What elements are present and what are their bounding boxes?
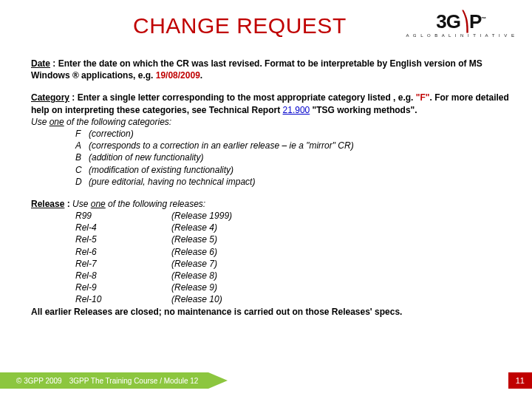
release-desc: (Release 9) [171, 282, 217, 293]
release-item: Rel-6(Release 6) [31, 246, 511, 258]
footer-copyright: © 3GPP 2009 [16, 377, 62, 385]
release-code: Rel-6 [75, 246, 171, 258]
release-use-word: one [91, 199, 106, 209]
release-code: Rel-5 [75, 233, 171, 245]
release-code: Rel-8 [75, 270, 171, 282]
logo: 3G⎞P™ A G L O B A L I N I T I A T I V E [406, 12, 516, 38]
category-code: F [75, 128, 89, 140]
release-use-prefix: Use [72, 199, 91, 209]
release-code: R99 [75, 210, 171, 222]
footer-course: 3GPP The Training Course / Module 12 [69, 377, 199, 385]
date-period: . [200, 70, 202, 81]
release-item: Rel-8(Release 8) [31, 270, 511, 282]
category-item: B(addition of new functionality) [31, 151, 511, 163]
release-desc: (Release 7) [171, 258, 217, 270]
date-example: 19/08/2009 [156, 70, 200, 81]
category-desc: (pure editorial, having no technical imp… [89, 176, 255, 188]
release-code: Rel-4 [75, 222, 171, 233]
release-desc: (Release 10) [171, 293, 222, 305]
category-example: "F" [416, 92, 430, 103]
date-section: Date : Enter the date on which the CR wa… [31, 58, 511, 81]
release-item: R99(Release 1999) [31, 210, 511, 222]
release-use-suffix: of the following releases: [106, 199, 205, 209]
category-body-a: Enter a single letter corresponding to t… [78, 92, 416, 103]
category-desc: (correction) [89, 128, 134, 140]
release-item: Rel-7(Release 7) [31, 258, 511, 270]
page-number: 11 [508, 372, 532, 389]
page-title: CHANGE REQUEST [133, 13, 347, 38]
release-code: Rel-10 [75, 293, 171, 305]
date-label: Date [31, 58, 50, 69]
release-item: Rel-9(Release 9) [31, 282, 511, 293]
category-desc: (addition of new functionality) [89, 151, 203, 163]
category-code: D [75, 176, 89, 188]
category-desc: (corresponds to a correction in an earli… [89, 140, 354, 151]
category-code: C [75, 164, 89, 176]
content-body: Date : Enter the date on which the CR wa… [0, 43, 532, 318]
release-code: Rel-7 [75, 258, 171, 270]
release-list: R99(Release 1999)Rel-4(Release 4)Rel-5(R… [31, 210, 511, 306]
date-body: Enter the date on which the CR was last … [31, 58, 482, 81]
release-desc: (Release 5) [171, 233, 217, 245]
release-desc: (Release 1999) [171, 210, 232, 222]
category-item: D(pure editorial, having no technical im… [31, 176, 511, 188]
category-item: C(modification of existing functionality… [31, 164, 511, 176]
release-desc: (Release 4) [171, 222, 217, 233]
category-use-line: Use one of the following categories: [31, 116, 511, 128]
release-desc: (Release 6) [171, 246, 217, 258]
release-item: Rel-10(Release 10) [31, 293, 511, 305]
logo-tagline: A G L O B A L I N I T I A T I V E [406, 33, 516, 38]
release-sep: : [64, 199, 72, 209]
release-desc: (Release 8) [171, 270, 217, 282]
release-code: Rel-9 [75, 282, 171, 293]
category-section: Category : Enter a single letter corresp… [31, 92, 511, 188]
footer: © 3GPP 2009 3GPP The Training Course / M… [0, 372, 532, 389]
category-item: F(correction) [31, 128, 511, 140]
category-sep: : [69, 92, 78, 103]
category-item: A(corresponds to a correction in an earl… [31, 140, 511, 151]
release-closing: All earlier Releases are closed; no main… [31, 306, 511, 318]
technical-report-link[interactable]: 21.900 [283, 105, 310, 115]
release-item: Rel-5(Release 5) [31, 233, 511, 245]
category-list: F(correction)A(corresponds to a correcti… [31, 128, 511, 188]
release-item: Rel-4(Release 4) [31, 222, 511, 233]
category-body-c: "TSG working methods". [310, 105, 417, 115]
category-code: A [75, 140, 89, 151]
category-desc: (modification of existing functionality) [89, 164, 233, 176]
release-section: Release : Use one of the following relea… [31, 198, 511, 318]
category-label: Category [31, 92, 69, 103]
category-code: B [75, 151, 89, 163]
logo-mark: 3G⎞P™ [406, 12, 516, 31]
release-label: Release [31, 199, 64, 209]
footer-left: © 3GPP 2009 3GPP The Training Course / M… [0, 372, 208, 389]
date-sep: : [50, 58, 58, 69]
